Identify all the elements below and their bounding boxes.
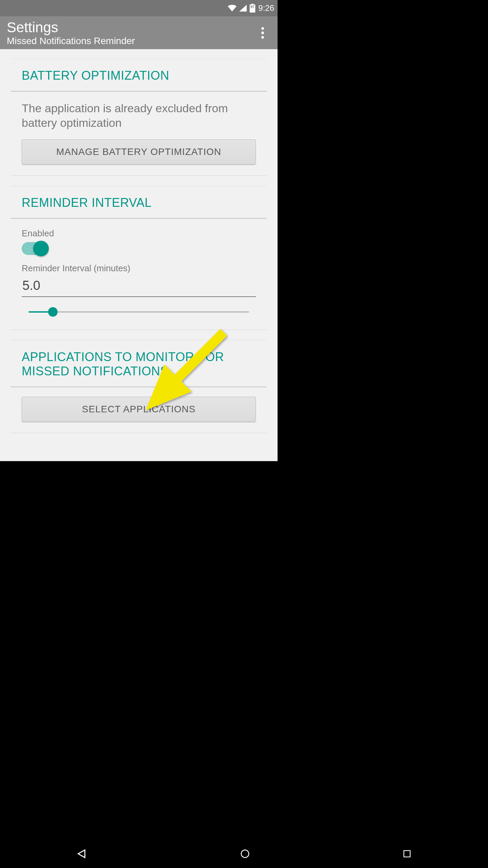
status-bar: 97 9:26 [0,0,278,16]
reminder-interval-card: REMINDER INTERVAL Enabled Reminder Inter… [11,186,267,330]
enabled-switch[interactable] [22,242,48,255]
switch-thumb [33,241,49,256]
content: BATTERY OPTIMIZATION The application is … [0,49,278,433]
card-body: The application is already excluded from… [11,92,267,175]
card-header: APPLICATIONS TO MONITOR FOR MISSED NOTIF… [11,340,267,387]
section-title-interval: REMINDER INTERVAL [22,196,256,210]
page-title: Settings [7,19,135,36]
battery-opt-desc: The application is already excluded from… [22,101,256,130]
app-bar: Settings Missed Notifications Reminder [0,16,278,49]
interval-field-label: Reminder Interval (minutes) [22,263,256,274]
select-applications-button[interactable]: SELECT APPLICATIONS [22,397,256,422]
interval-slider[interactable] [28,305,249,319]
status-time: 9:26 [258,3,274,13]
more-vert-icon [261,27,264,39]
applications-card: APPLICATIONS TO MONITOR FOR MISSED NOTIF… [11,340,267,433]
section-title-battery: BATTERY OPTIMIZATION [22,68,256,83]
section-title-apps: APPLICATIONS TO MONITOR FOR MISSED NOTIF… [22,350,256,378]
interval-field[interactable]: 5.0 [22,274,256,297]
battery-optimization-card: BATTERY OPTIMIZATION The application is … [11,59,267,176]
screen: 97 9:26 Settings Missed Notifications Re… [0,0,278,461]
battery-icon: 97 [249,4,256,13]
battery-level: 97 [250,5,254,9]
appbar-titles: Settings Missed Notifications Reminder [7,19,135,46]
page-subtitle: Missed Notifications Reminder [7,36,135,46]
slider-track [28,311,249,313]
card-body: Enabled Reminder Interval (minutes) 5.0 [11,219,267,330]
svg-point-2 [261,36,264,39]
manage-battery-button[interactable]: MANAGE BATTERY OPTIMIZATION [22,139,256,164]
enabled-label: Enabled [22,228,256,239]
slider-thumb [48,307,58,317]
card-body: SELECT APPLICATIONS [11,387,267,433]
svg-point-1 [261,32,264,34]
card-header: BATTERY OPTIMIZATION [11,59,267,92]
wifi-icon [228,5,237,12]
card-header: REMINDER INTERVAL [11,186,267,219]
more-options-button[interactable] [255,25,271,41]
signal-icon [239,5,247,12]
svg-point-0 [261,27,264,30]
